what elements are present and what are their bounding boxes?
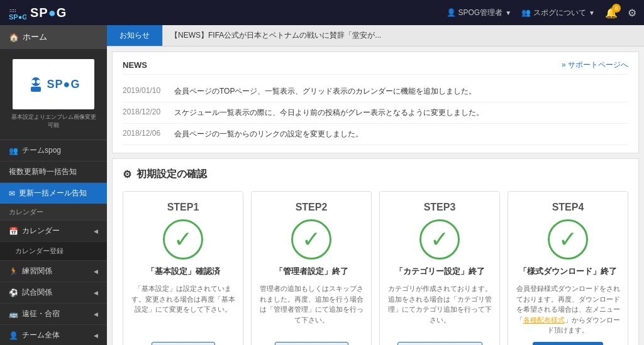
news-tabs: お知らせ 【NEWS】FIFA公式が日本とベトナムの戦いに賛辞「堂安が...: [107, 25, 644, 47]
check-circle: ✓: [163, 219, 203, 260]
chevron-down-icon: ▼: [505, 9, 511, 16]
news-box-title: NEWS: [123, 60, 147, 70]
bell-badge: 8: [612, 4, 621, 13]
home-label: ホーム: [23, 31, 47, 43]
admin-menu[interactable]: 👤 SPOG管理者 ▼: [447, 8, 512, 18]
practice-chevron-icon: ◀: [94, 268, 98, 275]
gear-setup-icon: ⚙: [123, 168, 131, 180]
sidebar-item-email-notify[interactable]: ✉ 更新一括メール告知: [0, 182, 107, 204]
sidebar-item-calendar-register[interactable]: カレンダー登録: [0, 241, 107, 260]
sidebar: 🏠 ホーム SP●G 基本設定よりエンブレム画像変更可能 👥 チームsp: [0, 25, 107, 345]
step-name: 「管理者設定」終了: [275, 266, 348, 277]
match-icon: ⚽: [9, 288, 18, 297]
setup-title: ⚙ 初期設定の確認: [123, 168, 628, 181]
calendar-label: カレンダー: [22, 226, 60, 236]
email-notify-label: 更新一括メール告知: [19, 188, 87, 199]
check-circle: ✓: [419, 219, 460, 260]
setup-title-text: 初期設定の確認: [136, 168, 207, 181]
practice-icon: 🏃: [9, 267, 18, 276]
match-label: 試合関係: [22, 287, 52, 298]
check-mark: ✓: [558, 228, 577, 251]
calendar-section-label: カレンダー: [9, 207, 43, 217]
calendar-chevron-icon: ◀: [94, 228, 98, 234]
check-mark: ✓: [174, 228, 192, 251]
check-mark: ✓: [302, 228, 321, 251]
news-item: 2018/12/06会員ページの一覧からのリンクの設定を変更しました。: [123, 124, 628, 145]
news-ticker: 【NEWS】FIFA公式が日本とベトナムの戦いに賛辞「堂安が...: [163, 25, 644, 46]
step-link-button[interactable]: ⬇ ダウンロード: [533, 342, 603, 346]
sidebar-item-camp[interactable]: 🚌 遠征・合宿 ◀: [0, 303, 107, 324]
step-desc: 会員登録様式ダウンロードをされております。再度、ダウンロードを希望される場合は、…: [516, 283, 620, 336]
svg-text:SP●G: SP●G: [9, 13, 26, 21]
step-label: STEP1: [167, 202, 199, 213]
step-desc-link[interactable]: 各種配布様式: [523, 316, 565, 324]
main-content: お知らせ 【NEWS】FIFA公式が日本とベトナムの戦いに賛辞「堂安が... N…: [107, 25, 644, 345]
setup-cards: STEP1 ✓ 「基本設定」確認済 「基本設定」は設定されています。変更される場…: [123, 191, 628, 345]
sidebar-item-match[interactable]: ⚽ 試合関係 ◀: [0, 282, 107, 303]
envelope-icon: ✉: [9, 189, 15, 198]
setup-card-2: STEP2 ✓ 「管理者設定」終了 管理者の追加もしくはスキップされました。再度…: [251, 191, 372, 345]
step-desc-text: 「基本設定」は設定されています。変更される場合は再度「基本設定」にて変更をして下…: [131, 285, 235, 313]
step-link-button[interactable]: ◆ カテゴリー管理へ: [397, 342, 482, 346]
sidebar-item-home[interactable]: 🏠 ホーム: [0, 25, 107, 49]
match-chevron-icon: ◀: [94, 290, 98, 296]
calendar-register-label: カレンダー登録: [15, 247, 64, 255]
sidebar-logo-area: SP●G 基本設定よりエンブレム画像変更可能: [0, 49, 107, 140]
step-label: STEP2: [296, 202, 328, 213]
setup-card-1: STEP1 ✓ 「基本設定」確認済 「基本設定」は設定されています。変更される場…: [123, 191, 243, 345]
sidebar-logo-text: SP●G: [47, 78, 80, 91]
sidebar-logo-icon: [27, 75, 45, 93]
practice-label: 練習関係: [22, 266, 52, 277]
setup-section: ⚙ 初期設定の確認 STEP1 ✓ 「基本設定」確認済 「基本設定」は設定されて…: [112, 158, 639, 345]
svg-rect-4: [31, 87, 41, 92]
bell-button[interactable]: 🔔 8: [605, 7, 618, 19]
step-desc: 管理者の追加もしくはスキップされました。再度、追加を行う場合は「管理者管理」にて…: [259, 283, 364, 325]
setup-card-3: STEP3 ✓ 「カテゴリー設定」終了 カテゴリが作成されております。追加をされ…: [379, 191, 500, 345]
step-desc-text: 管理者の追加もしくはスキップされました。再度、追加を行う場合は「管理者管理」にて…: [260, 285, 364, 324]
step-name: 「基本設定」確認済: [147, 266, 220, 277]
news-text: スケジュール一覧表示の際に、今日より前の投稿がグレー表示となるように変更しました…: [174, 107, 484, 118]
news-item: 2019/01/10会員ページのTOPページ、一覧表示、グリッド表示のカレンダー…: [123, 81, 628, 102]
sidebar-team-section: 👥 チームspog: [0, 140, 107, 161]
news-text: 会員ページの一覧からのリンクの設定を変更しました。: [174, 129, 363, 140]
support-page-link[interactable]: » サポートページへ: [562, 60, 628, 70]
team-icon: 👥: [9, 146, 18, 155]
sidebar-item-calendar[interactable]: 📅 カレンダー ◀: [0, 220, 107, 241]
sidebar-item-practice[interactable]: 🏃 練習関係 ◀: [0, 260, 107, 282]
team-all-chevron-icon: ◀: [94, 332, 98, 339]
setup-card-4: STEP4 ✓ 「様式ダウンロード」終了 会員登録様式ダウンロードをされておりま…: [508, 191, 628, 345]
about-icon: 👥: [521, 8, 531, 17]
check-mark: ✓: [430, 228, 449, 251]
news-box: NEWS » サポートページへ 2019/01/10会員ページのTOPページ、一…: [112, 52, 639, 153]
sidebar-item-team-all[interactable]: 👤 チーム全体 ◀: [0, 324, 107, 345]
gear-icon: ⚙: [628, 7, 636, 19]
about-menu[interactable]: 👥 スポグについて ▼: [521, 8, 595, 18]
step-desc: カテゴリが作成されております。追加をされる場合は「カテゴリ管理」にてカテゴリ追加…: [387, 283, 492, 325]
step-link-button[interactable]: 👤 管理者管理へ: [275, 342, 348, 346]
news-items: 2019/01/10会員ページのTOPページ、一覧表示、グリッド表示のカレンダー…: [123, 81, 628, 145]
step-link-button[interactable]: ⚙ 基本設定へ: [152, 342, 215, 346]
logo-area: :::: SP●G SP●G: [8, 3, 67, 22]
camp-label: 遠征・合宿: [22, 309, 60, 319]
check-circle: ✓: [548, 219, 588, 260]
step-name: 「カテゴリー設定」終了: [395, 266, 485, 277]
camp-icon: 🚌: [9, 310, 18, 319]
sidebar-item-bulk-notify[interactable]: 複数更新時一括告知: [0, 161, 107, 182]
step-name: 「様式ダウンロード」終了: [519, 266, 617, 277]
logo-icon: :::: SP●G: [8, 3, 26, 22]
sidebar-edit-hint: 基本設定よりエンブレム画像変更可能: [10, 113, 97, 129]
tab-notice-label: お知らせ: [119, 31, 150, 40]
top-nav-right: 👤 SPOG管理者 ▼ 👥 スポグについて ▼ 🔔 8 ⚙: [447, 7, 637, 19]
step-label: STEP4: [552, 202, 584, 213]
tab-notice[interactable]: お知らせ: [107, 25, 163, 46]
step-desc: 「基本設定」は設定されています。変更される場合は再度「基本設定」にて変更をして下…: [131, 283, 235, 315]
svg-text:::::: ::::: [9, 8, 16, 13]
step-label: STEP3: [424, 202, 456, 213]
news-box-header: NEWS » サポートページへ: [123, 60, 628, 75]
about-label: スポグについて: [533, 8, 586, 18]
step-desc-text: 会員登録様式ダウンロードをされております。再度、ダウンロードを希望される場合は、…: [516, 285, 620, 334]
svg-point-6: [36, 80, 40, 84]
sidebar-logo-box: SP●G: [13, 59, 94, 109]
chevron-down-icon2: ▼: [589, 9, 595, 16]
settings-button[interactable]: ⚙: [628, 7, 636, 19]
